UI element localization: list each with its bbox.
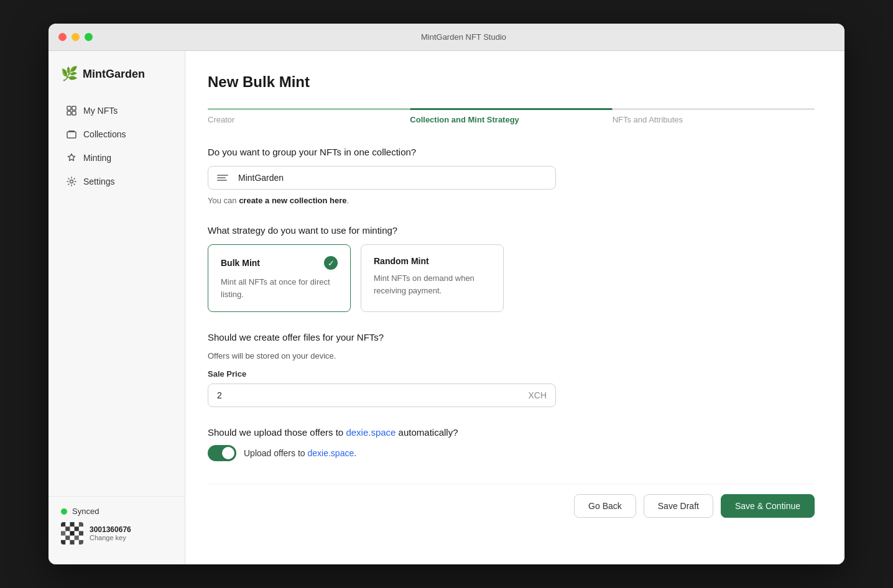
- svg-rect-16: [65, 536, 70, 540]
- collection-icon: [217, 173, 232, 183]
- save-continue-button[interactable]: Save & Continue: [721, 494, 815, 518]
- upload-question-prefix: Should we upload those offers to: [208, 427, 346, 438]
- grid-icon: [66, 105, 77, 116]
- sale-price-label: Sale Price: [208, 369, 815, 379]
- sync-dot: [61, 508, 67, 515]
- sidebar: 🌿 MintGarden My NFTs: [49, 51, 185, 564]
- svg-rect-17: [75, 536, 79, 540]
- offer-question: Should we create offer files for your NF…: [208, 332, 815, 342]
- sidebar-item-minting-label: Minting: [83, 153, 111, 163]
- toggle-knob: [222, 447, 234, 459]
- key-avatar: [61, 522, 83, 544]
- svg-rect-9: [70, 522, 74, 526]
- logo-icon: 🌿: [61, 66, 78, 82]
- titlebar: MintGarden NFT Studio: [49, 24, 844, 51]
- upload-toggle[interactable]: [208, 445, 236, 461]
- svg-rect-2: [67, 111, 71, 115]
- key-info: 3001360676 Change key: [90, 525, 131, 541]
- svg-rect-1: [72, 106, 76, 110]
- save-draft-button[interactable]: Save Draft: [644, 494, 713, 518]
- offer-files-section: Should we create offer files for your NF…: [208, 332, 815, 407]
- sidebar-item-settings-label: Settings: [83, 177, 115, 186]
- sidebar-item-collections[interactable]: Collections: [53, 123, 180, 145]
- steps-bar: Creator Collection and Mint Strategy NFT…: [208, 108, 815, 124]
- key-change-label[interactable]: Change key: [90, 534, 131, 541]
- svg-rect-15: [79, 531, 83, 535]
- svg-rect-8: [61, 522, 65, 526]
- upload-section: Should we upload those offers to dexie.s…: [208, 427, 815, 461]
- svg-rect-13: [61, 531, 65, 535]
- svg-rect-14: [70, 531, 74, 535]
- collection-question: Do you want to group your NFTs in one co…: [208, 147, 815, 157]
- offer-hint: Offers will be stored on your device.: [208, 351, 815, 361]
- toggle-dexie-link[interactable]: dexie.space: [307, 448, 354, 458]
- svg-rect-11: [65, 526, 70, 531]
- app-body: 🌿 MintGarden My NFTs: [49, 51, 844, 564]
- price-unit: XCH: [528, 390, 547, 400]
- sidebar-item-settings[interactable]: Settings: [53, 170, 180, 193]
- create-collection-link[interactable]: create a new collection here: [239, 196, 346, 205]
- sync-status-label: Synced: [72, 507, 99, 516]
- svg-rect-4: [67, 132, 76, 138]
- bulk-mint-title: Bulk Mint: [221, 258, 260, 268]
- traffic-lights: [58, 33, 93, 41]
- random-mint-desc: Mint NFTs on demand when receiving payme…: [374, 272, 491, 296]
- toggle-suffix: .: [354, 448, 356, 458]
- price-input-wrapper[interactable]: XCH: [208, 384, 556, 407]
- svg-rect-0: [67, 106, 71, 110]
- sidebar-item-minting[interactable]: Minting: [53, 147, 180, 169]
- step-creator-label: Creator: [208, 115, 234, 124]
- nav-items: My NFTs Collections: [49, 99, 185, 496]
- fullscreen-button[interactable]: [85, 33, 93, 41]
- sale-price-input[interactable]: [217, 390, 528, 400]
- step-nfts-attributes-label: NFTs and Attributes: [613, 115, 683, 124]
- step-collection-mint: Collection and Mint Strategy: [410, 108, 612, 124]
- upload-question: Should we upload those offers to dexie.s…: [208, 427, 815, 438]
- bulk-mint-check: ✓: [324, 256, 338, 270]
- key-id: 3001360676: [90, 525, 131, 534]
- app-window: MintGarden NFT Studio 🌿 MintGarden: [49, 24, 844, 564]
- upload-dexie-link[interactable]: dexie.space: [346, 427, 396, 438]
- form-footer: Go Back Save Draft Save & Continue: [208, 484, 815, 518]
- collection-hint: You can create a new collection here.: [208, 196, 815, 205]
- go-back-button[interactable]: Go Back: [574, 494, 636, 518]
- star-icon: [66, 152, 77, 163]
- step-collection-mint-label: Collection and Mint Strategy: [410, 115, 519, 124]
- bulk-mint-header: Bulk Mint ✓: [221, 256, 338, 270]
- bulk-mint-desc: Mint all NFTs at once for direct listing…: [221, 276, 338, 300]
- svg-point-6: [70, 180, 73, 183]
- close-button[interactable]: [58, 33, 67, 41]
- sidebar-bottom: Synced: [49, 496, 185, 554]
- logo-area: 🌿 MintGarden: [49, 66, 185, 99]
- strategy-question: What strategy do you want to use for min…: [208, 225, 815, 236]
- strategy-card-random-mint[interactable]: Random Mint Mint NFTs on demand when rec…: [361, 244, 504, 312]
- logo-text: MintGarden: [83, 68, 145, 81]
- sidebar-item-my-nfts[interactable]: My NFTs: [53, 99, 180, 122]
- svg-rect-18: [61, 540, 65, 544]
- svg-rect-20: [79, 540, 83, 544]
- random-mint-title: Random Mint: [374, 256, 429, 266]
- svg-rect-12: [75, 526, 79, 531]
- toggle-label: Upload offers to dexie.space.: [244, 448, 356, 458]
- svg-rect-10: [79, 522, 83, 526]
- strategy-section: What strategy do you want to use for min…: [208, 225, 815, 312]
- sync-status-row: Synced: [61, 507, 172, 516]
- gear-icon: [66, 176, 77, 187]
- step-nfts-attributes: NFTs and Attributes: [613, 108, 815, 124]
- svg-rect-5: [68, 131, 75, 132]
- strategy-cards: Bulk Mint ✓ Mint all NFTs at once for di…: [208, 244, 815, 312]
- main-content: New Bulk Mint Creator Collection and Min…: [185, 51, 844, 564]
- svg-rect-19: [70, 540, 74, 544]
- hint-suffix: .: [347, 196, 349, 205]
- sidebar-item-my-nfts-label: My NFTs: [83, 106, 118, 116]
- collection-input-value: MintGarden: [238, 173, 284, 183]
- step-collection-mint-line: [410, 108, 612, 110]
- key-row[interactable]: 3001360676 Change key: [61, 522, 172, 544]
- hint-prefix: You can: [208, 196, 239, 205]
- svg-rect-3: [72, 111, 76, 115]
- random-mint-header: Random Mint: [374, 256, 491, 266]
- minimize-button[interactable]: [72, 33, 80, 41]
- page-title: New Bulk Mint: [208, 73, 815, 91]
- collection-input-wrapper[interactable]: MintGarden: [208, 166, 556, 190]
- strategy-card-bulk-mint[interactable]: Bulk Mint ✓ Mint all NFTs at once for di…: [208, 244, 351, 312]
